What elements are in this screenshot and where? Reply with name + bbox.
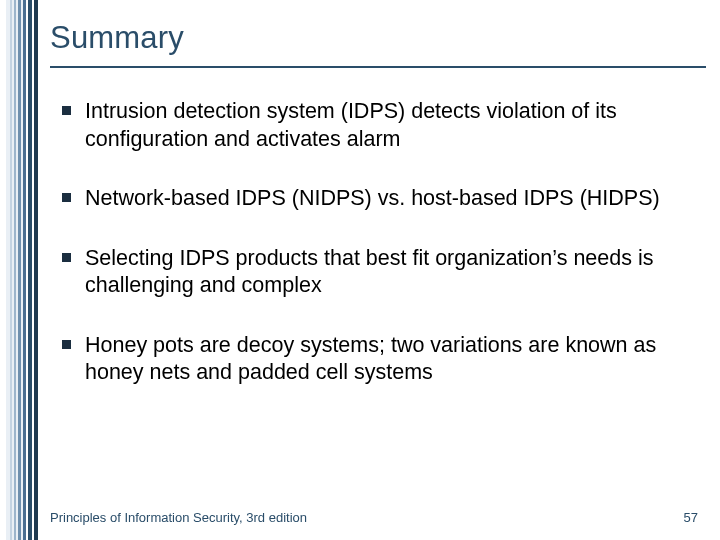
bullet-item: Honey pots are decoy systems; two variat… — [62, 332, 690, 387]
rail-bar — [23, 0, 26, 540]
rail-bar — [34, 0, 38, 540]
content-area: Intrusion detection system (IDPS) detect… — [62, 98, 690, 419]
rail-bar — [10, 0, 12, 540]
bullet-square-icon — [62, 106, 71, 115]
bullet-text: Network-based IDPS (NIDPS) vs. host-base… — [85, 185, 660, 213]
title-underline — [50, 66, 706, 68]
page-number: 57 — [684, 510, 698, 525]
bullet-item: Selecting IDPS products that best fit or… — [62, 245, 690, 300]
slide: Summary Intrusion detection system (IDPS… — [0, 0, 720, 540]
bullet-text: Honey pots are decoy systems; two variat… — [85, 332, 690, 387]
bullet-square-icon — [62, 340, 71, 349]
rail-bar — [18, 0, 21, 540]
bullet-text: Intrusion detection system (IDPS) detect… — [85, 98, 690, 153]
bullet-square-icon — [62, 253, 71, 262]
slide-title: Summary — [50, 20, 700, 66]
bullet-item: Intrusion detection system (IDPS) detect… — [62, 98, 690, 153]
bullet-square-icon — [62, 193, 71, 202]
rail-bar — [28, 0, 32, 540]
bullet-text: Selecting IDPS products that best fit or… — [85, 245, 690, 300]
left-decorative-rail — [0, 0, 38, 540]
bullet-item: Network-based IDPS (NIDPS) vs. host-base… — [62, 185, 690, 213]
footer-text: Principles of Information Security, 3rd … — [50, 510, 307, 525]
title-area: Summary — [50, 20, 700, 66]
rail-bar — [14, 0, 16, 540]
